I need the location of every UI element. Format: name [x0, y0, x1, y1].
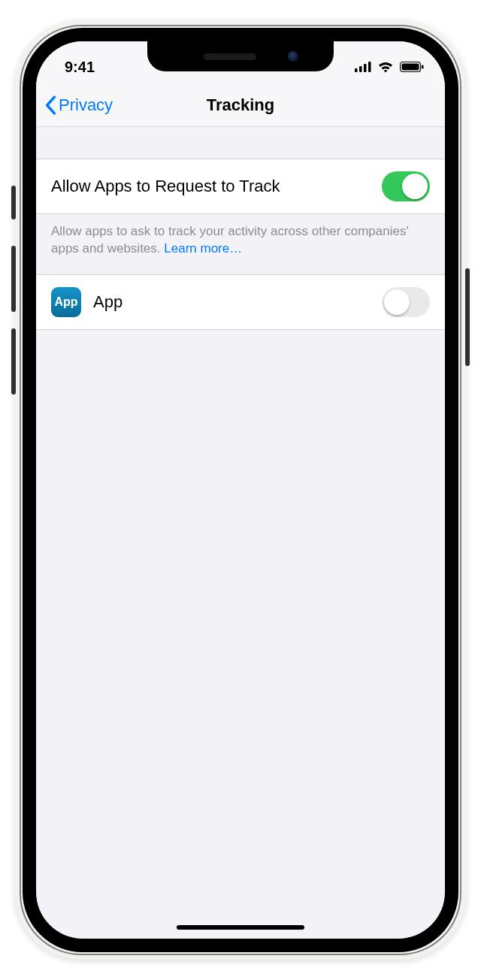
side-button-power — [465, 268, 470, 366]
device-bezel: 9:41 — [23, 28, 458, 952]
side-button-volume-up — [11, 246, 16, 312]
svg-rect-1 — [359, 66, 362, 72]
allow-tracking-toggle[interactable] — [382, 171, 430, 201]
chevron-left-icon — [44, 95, 57, 115]
app-tracking-toggle[interactable] — [382, 287, 430, 317]
front-camera — [288, 51, 298, 62]
device-frame: 9:41 — [15, 20, 466, 960]
svg-rect-3 — [368, 62, 371, 72]
app-icon-text: App — [54, 295, 77, 309]
allow-tracking-footer: Allow apps to ask to track your activity… — [36, 214, 445, 274]
svg-rect-0 — [355, 68, 358, 72]
learn-more-link[interactable]: Learn more… — [164, 241, 242, 256]
cellular-icon — [355, 62, 371, 72]
svg-rect-6 — [422, 65, 424, 69]
content-area: Allow Apps to Request to Track Allow app… — [36, 127, 445, 330]
allow-tracking-label: Allow Apps to Request to Track — [51, 177, 280, 196]
page-title: Tracking — [207, 95, 274, 115]
wifi-icon — [377, 61, 394, 73]
home-indicator[interactable] — [177, 925, 304, 930]
svg-rect-2 — [364, 64, 367, 72]
back-button[interactable]: Privacy — [44, 95, 113, 115]
device-notch — [147, 41, 334, 71]
side-button-volume-down — [11, 328, 16, 395]
nav-bar: Privacy Tracking — [36, 83, 445, 127]
screen: 9:41 — [36, 41, 445, 939]
app-name: App — [93, 292, 123, 312]
back-label: Privacy — [59, 95, 113, 115]
app-row: App App — [36, 274, 445, 330]
status-icons — [355, 56, 424, 73]
app-icon: App — [51, 287, 81, 317]
svg-rect-5 — [402, 64, 419, 71]
side-button-silence — [11, 186, 16, 219]
battery-icon — [400, 62, 424, 72]
speaker-grille — [204, 53, 256, 60]
status-time: 9:41 — [62, 54, 95, 76]
allow-tracking-row: Allow Apps to Request to Track — [36, 159, 445, 214]
